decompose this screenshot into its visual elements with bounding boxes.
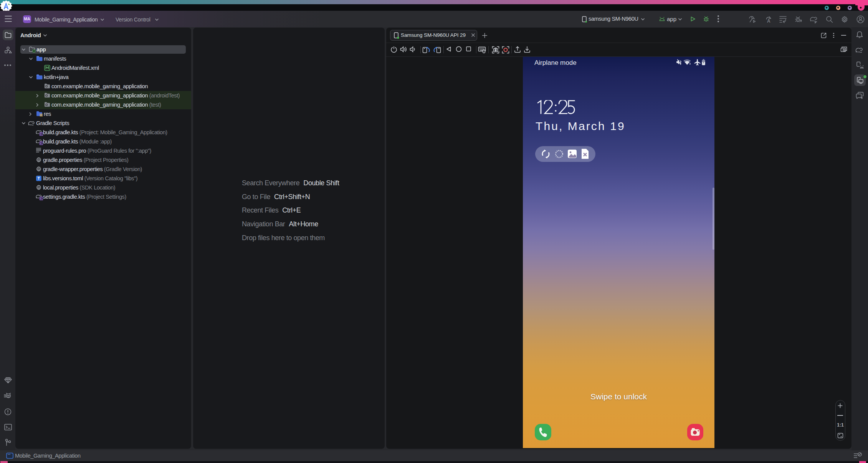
svg-text:A: A xyxy=(767,18,770,23)
